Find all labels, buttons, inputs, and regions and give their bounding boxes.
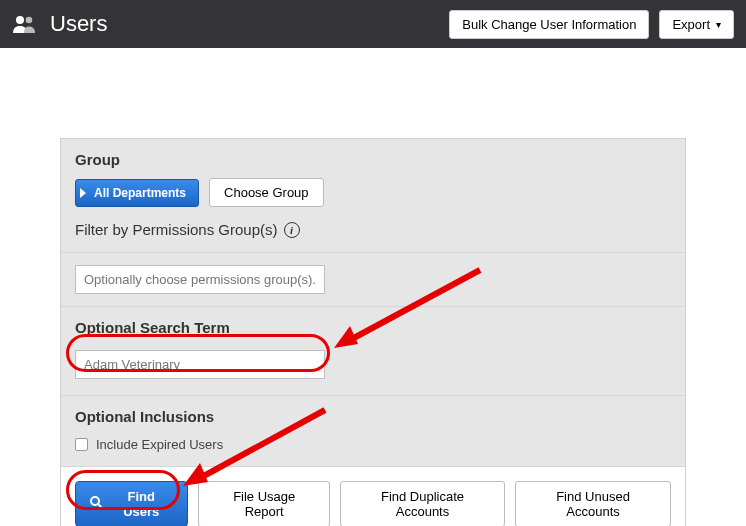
annotation-arrow-1 (330, 260, 490, 360)
chevron-down-icon: ▾ (716, 19, 721, 30)
users-icon (12, 14, 36, 34)
choose-group-button[interactable]: Choose Group (209, 178, 324, 207)
export-label: Export (672, 17, 710, 32)
bulk-change-label: Bulk Change User Information (462, 17, 636, 32)
filter-permissions-label: Filter by Permissions Group(s) (75, 221, 278, 238)
find-duplicate-label: Find Duplicate Accounts (381, 489, 464, 519)
find-unused-label: Find Unused Accounts (556, 489, 630, 519)
find-unused-accounts-button[interactable]: Find Unused Accounts (515, 481, 671, 526)
svg-line-6 (200, 410, 325, 478)
annotation-arrow-2 (175, 400, 335, 500)
find-duplicate-accounts-button[interactable]: Find Duplicate Accounts (340, 481, 505, 526)
svg-marker-5 (334, 326, 358, 348)
permissions-group-input[interactable] (75, 265, 325, 294)
inclusions-section-title: Optional Inclusions (61, 396, 685, 435)
page-title: Users (50, 11, 439, 37)
info-icon[interactable]: i (284, 222, 300, 238)
annotation-ring-find (66, 470, 180, 510)
svg-marker-7 (183, 463, 208, 486)
page-header: Users Bulk Change User Information Expor… (0, 0, 746, 48)
bulk-change-button[interactable]: Bulk Change User Information (449, 10, 649, 39)
all-departments-label: All Departments (94, 186, 186, 200)
all-departments-chip[interactable]: All Departments (75, 179, 199, 207)
svg-point-1 (26, 17, 33, 24)
group-section-title: Group (61, 139, 685, 178)
include-expired-checkbox[interactable] (75, 438, 88, 451)
svg-line-4 (350, 270, 480, 340)
choose-group-label: Choose Group (224, 185, 309, 200)
svg-point-0 (16, 16, 24, 24)
export-button[interactable]: Export ▾ (659, 10, 734, 39)
annotation-ring-search (66, 334, 330, 372)
